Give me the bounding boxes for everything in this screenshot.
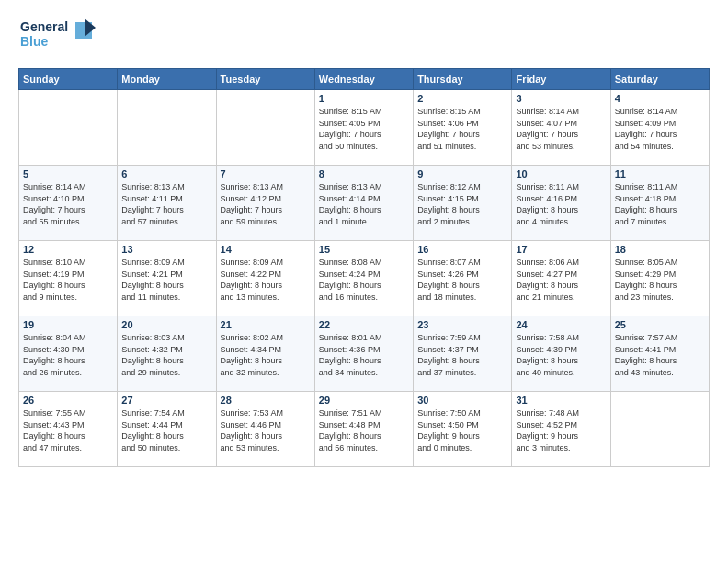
calendar-cell: 8Sunrise: 8:13 AM Sunset: 4:14 PM Daylig… [314, 166, 413, 241]
calendar-cell: 21Sunrise: 8:02 AM Sunset: 4:34 PM Dayli… [216, 316, 314, 392]
weekday-header: Friday [512, 69, 610, 90]
day-number: 6 [121, 168, 211, 179]
day-number: 18 [615, 244, 705, 255]
day-detail: Sunrise: 7:55 AM Sunset: 4:43 PM Dayligh… [23, 408, 113, 454]
calendar-cell: 22Sunrise: 8:01 AM Sunset: 4:36 PM Dayli… [314, 316, 413, 392]
day-number: 4 [615, 93, 705, 104]
day-number: 7 [221, 168, 311, 179]
day-detail: Sunrise: 8:09 AM Sunset: 4:22 PM Dayligh… [221, 257, 311, 303]
day-detail: Sunrise: 8:03 AM Sunset: 4:32 PM Dayligh… [121, 332, 211, 378]
day-number: 17 [516, 244, 606, 255]
calendar-week-row: 5Sunrise: 8:14 AM Sunset: 4:10 PM Daylig… [19, 166, 710, 241]
day-detail: Sunrise: 8:14 AM Sunset: 4:09 PM Dayligh… [615, 106, 705, 152]
day-detail: Sunrise: 7:58 AM Sunset: 4:39 PM Dayligh… [516, 332, 606, 378]
day-detail: Sunrise: 7:50 AM Sunset: 4:50 PM Dayligh… [417, 408, 507, 454]
day-number: 14 [221, 244, 311, 255]
calendar-cell: 15Sunrise: 8:08 AM Sunset: 4:24 PM Dayli… [314, 241, 413, 316]
day-detail: Sunrise: 8:11 AM Sunset: 4:16 PM Dayligh… [516, 181, 606, 227]
calendar-cell: 1Sunrise: 8:15 AM Sunset: 4:05 PM Daylig… [314, 90, 413, 166]
day-number: 30 [417, 395, 507, 406]
day-detail: Sunrise: 8:06 AM Sunset: 4:27 PM Dayligh… [516, 257, 606, 303]
calendar-cell: 19Sunrise: 8:04 AM Sunset: 4:30 PM Dayli… [19, 316, 118, 392]
calendar-cell: 7Sunrise: 8:13 AM Sunset: 4:12 PM Daylig… [216, 166, 314, 241]
day-number: 8 [319, 168, 409, 179]
calendar-cell: 29Sunrise: 7:51 AM Sunset: 4:48 PM Dayli… [314, 392, 413, 467]
calendar-cell: 27Sunrise: 7:54 AM Sunset: 4:44 PM Dayli… [118, 392, 216, 467]
calendar-cell: 31Sunrise: 7:48 AM Sunset: 4:52 PM Dayli… [512, 392, 610, 467]
calendar-cell: 4Sunrise: 8:14 AM Sunset: 4:09 PM Daylig… [610, 90, 709, 166]
calendar-cell: 9Sunrise: 8:12 AM Sunset: 4:15 PM Daylig… [414, 166, 512, 241]
day-detail: Sunrise: 8:14 AM Sunset: 4:07 PM Dayligh… [516, 106, 606, 152]
weekday-header: Tuesday [216, 69, 314, 90]
day-number: 27 [121, 395, 211, 406]
calendar-cell: 6Sunrise: 8:13 AM Sunset: 4:11 PM Daylig… [118, 166, 216, 241]
day-number: 25 [615, 319, 705, 330]
calendar-cell: 30Sunrise: 7:50 AM Sunset: 4:50 PM Dayli… [414, 392, 512, 467]
day-number: 3 [516, 93, 606, 104]
page: General Blue SundayMondayTuesdayWednesda… [0, 0, 728, 563]
calendar-cell: 13Sunrise: 8:09 AM Sunset: 4:21 PM Dayli… [118, 241, 216, 316]
calendar-cell: 20Sunrise: 8:03 AM Sunset: 4:32 PM Dayli… [118, 316, 216, 392]
calendar-cell: 28Sunrise: 7:53 AM Sunset: 4:46 PM Dayli… [216, 392, 314, 467]
calendar: SundayMondayTuesdayWednesdayThursdayFrid… [18, 68, 710, 467]
weekday-header: Sunday [19, 69, 118, 90]
day-detail: Sunrise: 8:05 AM Sunset: 4:29 PM Dayligh… [615, 257, 705, 303]
day-number: 16 [417, 244, 507, 255]
weekday-header: Saturday [610, 69, 709, 90]
day-number: 1 [319, 93, 409, 104]
day-detail: Sunrise: 8:07 AM Sunset: 4:26 PM Dayligh… [417, 257, 507, 303]
day-detail: Sunrise: 7:54 AM Sunset: 4:44 PM Dayligh… [121, 408, 211, 454]
day-number: 23 [417, 319, 507, 330]
calendar-cell: 11Sunrise: 8:11 AM Sunset: 4:18 PM Dayli… [610, 166, 709, 241]
header: General Blue [18, 15, 710, 59]
day-number: 26 [23, 395, 113, 406]
day-detail: Sunrise: 8:13 AM Sunset: 4:12 PM Dayligh… [221, 181, 311, 227]
day-detail: Sunrise: 8:04 AM Sunset: 4:30 PM Dayligh… [23, 332, 113, 378]
day-number: 5 [23, 168, 113, 179]
calendar-week-row: 19Sunrise: 8:04 AM Sunset: 4:30 PM Dayli… [19, 316, 710, 392]
day-detail: Sunrise: 7:57 AM Sunset: 4:41 PM Dayligh… [615, 332, 705, 378]
day-number: 19 [23, 319, 113, 330]
day-detail: Sunrise: 8:01 AM Sunset: 4:36 PM Dayligh… [319, 332, 409, 378]
day-detail: Sunrise: 8:08 AM Sunset: 4:24 PM Dayligh… [319, 257, 409, 303]
calendar-cell: 26Sunrise: 7:55 AM Sunset: 4:43 PM Dayli… [19, 392, 118, 467]
calendar-cell: 23Sunrise: 7:59 AM Sunset: 4:37 PM Dayli… [414, 316, 512, 392]
weekday-header: Monday [118, 69, 216, 90]
calendar-cell: 18Sunrise: 8:05 AM Sunset: 4:29 PM Dayli… [610, 241, 709, 316]
day-number: 31 [516, 395, 606, 406]
calendar-cell: 25Sunrise: 7:57 AM Sunset: 4:41 PM Dayli… [610, 316, 709, 392]
svg-text:Blue: Blue [20, 34, 49, 49]
weekday-header: Thursday [414, 69, 512, 90]
day-number: 11 [615, 168, 705, 179]
day-detail: Sunrise: 7:48 AM Sunset: 4:52 PM Dayligh… [516, 408, 606, 454]
weekday-header-row: SundayMondayTuesdayWednesdayThursdayFrid… [19, 69, 710, 90]
day-number: 28 [221, 395, 311, 406]
day-detail: Sunrise: 7:53 AM Sunset: 4:46 PM Dayligh… [221, 408, 311, 454]
day-detail: Sunrise: 8:12 AM Sunset: 4:15 PM Dayligh… [417, 181, 507, 227]
calendar-cell [19, 90, 118, 166]
day-number: 22 [319, 319, 409, 330]
calendar-week-row: 12Sunrise: 8:10 AM Sunset: 4:19 PM Dayli… [19, 241, 710, 316]
calendar-cell: 16Sunrise: 8:07 AM Sunset: 4:26 PM Dayli… [414, 241, 512, 316]
day-detail: Sunrise: 8:13 AM Sunset: 4:14 PM Dayligh… [319, 181, 409, 227]
calendar-cell: 12Sunrise: 8:10 AM Sunset: 4:19 PM Dayli… [19, 241, 118, 316]
day-number: 29 [319, 395, 409, 406]
logo: General Blue [18, 15, 101, 59]
calendar-cell: 17Sunrise: 8:06 AM Sunset: 4:27 PM Dayli… [512, 241, 610, 316]
day-detail: Sunrise: 8:10 AM Sunset: 4:19 PM Dayligh… [23, 257, 113, 303]
day-detail: Sunrise: 8:15 AM Sunset: 4:05 PM Dayligh… [319, 106, 409, 152]
day-detail: Sunrise: 8:11 AM Sunset: 4:18 PM Dayligh… [615, 181, 705, 227]
calendar-cell [118, 90, 216, 166]
day-number: 10 [516, 168, 606, 179]
day-number: 21 [221, 319, 311, 330]
day-detail: Sunrise: 8:09 AM Sunset: 4:21 PM Dayligh… [121, 257, 211, 303]
weekday-header: Wednesday [314, 69, 413, 90]
day-detail: Sunrise: 8:13 AM Sunset: 4:11 PM Dayligh… [121, 181, 211, 227]
day-detail: Sunrise: 7:51 AM Sunset: 4:48 PM Dayligh… [319, 408, 409, 454]
day-number: 12 [23, 244, 113, 255]
day-detail: Sunrise: 8:02 AM Sunset: 4:34 PM Dayligh… [221, 332, 311, 378]
day-number: 9 [417, 168, 507, 179]
calendar-week-row: 1Sunrise: 8:15 AM Sunset: 4:05 PM Daylig… [19, 90, 710, 166]
day-number: 13 [121, 244, 211, 255]
day-number: 2 [417, 93, 507, 104]
